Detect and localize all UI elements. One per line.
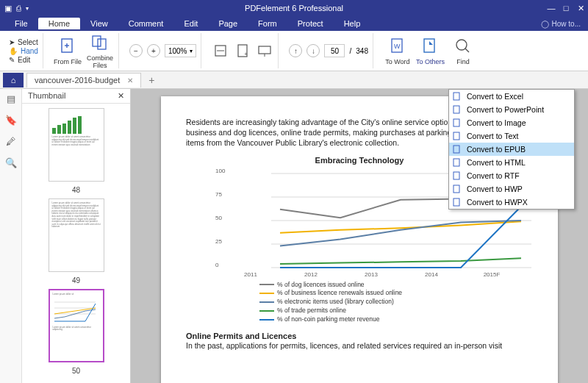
convert-option[interactable]: Convert to Image (449, 116, 574, 129)
menu-help[interactable]: Help (334, 18, 371, 29)
svg-text:+: + (244, 51, 248, 57)
edit-tool[interactable]: ✎Edit (9, 56, 38, 64)
page-thumb[interactable]: Lorem ipsum dolor sit amet consectetur a… (49, 108, 104, 182)
svg-point-14 (456, 40, 467, 50)
workspace: ▤ 🔖 🖉 🔍 Thumbnail ✕ Lorem ipsum dolor si… (0, 89, 588, 383)
magnifier-icon (453, 36, 473, 57)
svg-rect-3 (93, 36, 101, 46)
presentation-button[interactable] (256, 42, 273, 60)
fit-page-button[interactable]: + (234, 42, 251, 60)
ytick: 50 (215, 214, 222, 221)
menu-edit[interactable]: Edit (173, 18, 208, 29)
find-button[interactable]: Find (449, 36, 477, 65)
menu-comment[interactable]: Comment (118, 18, 174, 29)
combine-icon (90, 32, 110, 53)
search-panel-button[interactable]: 🔍 (5, 157, 17, 168)
app-icon: ▣ (4, 4, 12, 13)
to-others-button[interactable]: To Others (416, 36, 445, 65)
svg-rect-13 (424, 39, 434, 52)
to-others-menu: Convert to ExcelConvert to PowerPointCon… (448, 89, 575, 210)
file-plus-icon (57, 36, 78, 57)
ytick: 0 (215, 261, 218, 268)
convert-option[interactable]: Convert to HTML (449, 156, 574, 169)
convert-option[interactable]: Convert to HWPX (449, 196, 574, 209)
convert-option[interactable]: Convert to PowerPoint (449, 103, 574, 116)
thumbnail-panel: Thumbnail ✕ Lorem ipsum dolor sit amet c… (22, 89, 131, 383)
svg-rect-28 (453, 146, 459, 153)
thumb-number: 48 (72, 186, 80, 194)
xtick: 2014 (425, 271, 438, 278)
zoom-in-button[interactable]: + (147, 44, 160, 57)
svg-rect-4 (98, 39, 106, 49)
page-thumb[interactable]: Lorem ipsum dolor sit Lorem ipsum dolor … (49, 289, 104, 362)
menu-form[interactable]: Form (248, 18, 287, 29)
convert-option[interactable]: Convert to RTF (449, 169, 574, 182)
xtick: 2015F (484, 271, 501, 278)
combine-files-button[interactable]: Combine Files (86, 32, 114, 69)
fit-width-button[interactable] (212, 42, 229, 60)
hand-tool[interactable]: ✋Hand (9, 47, 38, 55)
document-tab[interactable]: vancouver-2016-budget ✕ (26, 73, 141, 87)
cursor-icon: ➤ (9, 38, 15, 46)
svg-rect-9 (259, 46, 270, 54)
page-total: 348 (356, 47, 368, 55)
body-paragraph: In the past, applications for permits, l… (186, 340, 533, 351)
convert-option[interactable]: Convert to HWP (449, 182, 574, 196)
export-icon (420, 36, 440, 57)
select-tool[interactable]: ➤Select (9, 38, 38, 46)
page-thumb[interactable]: Lorem ipsum dolor sit amet consectetur a… (49, 198, 104, 272)
thumbnail-panel-button[interactable]: ▤ (7, 93, 15, 104)
pencil-icon: ✎ (9, 56, 15, 64)
convert-option[interactable]: Convert to Excel (449, 90, 574, 103)
maximize-icon[interactable]: □ (562, 4, 570, 12)
app-title: PDFelement 6 Professional (245, 4, 343, 12)
to-word-button[interactable]: W To Word (384, 36, 412, 65)
menu-home[interactable]: Home (38, 18, 80, 29)
bookmark-panel-button[interactable]: 🔖 (5, 115, 17, 126)
menu-view[interactable]: View (80, 18, 118, 29)
attachment-panel-button[interactable]: 🖉 (6, 136, 15, 147)
zoom-out-button[interactable]: − (129, 44, 143, 57)
from-file-button[interactable]: From File (54, 36, 82, 65)
tab-close-icon[interactable]: ✕ (127, 76, 133, 85)
menu-page[interactable]: Page (208, 18, 248, 29)
hand-icon: ✋ (9, 47, 18, 55)
undo-overflow-icon[interactable]: ▾ (26, 5, 29, 12)
ribbon: ➤Select ✋Hand ✎Edit From File Combine Fi… (0, 31, 588, 71)
new-tab-button[interactable]: + (144, 74, 159, 86)
svg-rect-24 (453, 93, 459, 100)
bulb-icon: ◯ (541, 20, 549, 28)
svg-rect-25 (453, 106, 459, 113)
menu-protect[interactable]: Protect (287, 18, 334, 29)
page-canvas[interactable]: Residents are increasingly taking advant… (131, 89, 588, 383)
xtick: 2011 (244, 271, 257, 278)
title-bar: ▣ ⎙ ▾ PDFelement 6 Professional — □ ✕ (0, 0, 588, 16)
convert-option[interactable]: Convert to Text (449, 129, 574, 143)
thumb-number: 49 (72, 276, 80, 284)
ytick: 100 (215, 167, 225, 173)
word-icon: W (387, 36, 408, 57)
close-icon[interactable]: ✕ (576, 4, 585, 13)
svg-rect-26 (453, 119, 459, 126)
thumbnail-title: Thumbnail (28, 91, 65, 101)
zoom-combo[interactable]: 100%▾ (165, 44, 197, 57)
thumbnail-close-icon[interactable]: ✕ (118, 91, 124, 101)
side-toolbar: ▤ 🔖 🖉 🔍 (0, 89, 22, 383)
thumb-number: 50 (72, 367, 80, 375)
page-up-button[interactable]: ↑ (289, 44, 302, 57)
svg-line-15 (465, 49, 469, 52)
print-icon[interactable]: ⎙ (16, 4, 21, 12)
document-tabs: ⌂ vancouver-2016-budget ✕ + (0, 71, 588, 89)
minimize-icon[interactable]: — (547, 4, 556, 12)
page-down-button[interactable]: ↓ (306, 44, 320, 57)
howto-link[interactable]: ◯How to... (541, 20, 581, 28)
menu-bar: File Home View Comment Edit Page Form Pr… (0, 16, 588, 31)
convert-option[interactable]: Convert to EPUB (449, 143, 574, 156)
home-tab-icon[interactable]: ⌂ (3, 73, 24, 87)
xtick: 2012 (304, 271, 318, 278)
page-number-input[interactable]: 50 (324, 44, 345, 57)
document-tab-label: vancouver-2016-budget (35, 76, 120, 85)
svg-rect-29 (453, 159, 459, 166)
svg-rect-32 (453, 198, 459, 206)
menu-file[interactable]: File (4, 18, 38, 29)
